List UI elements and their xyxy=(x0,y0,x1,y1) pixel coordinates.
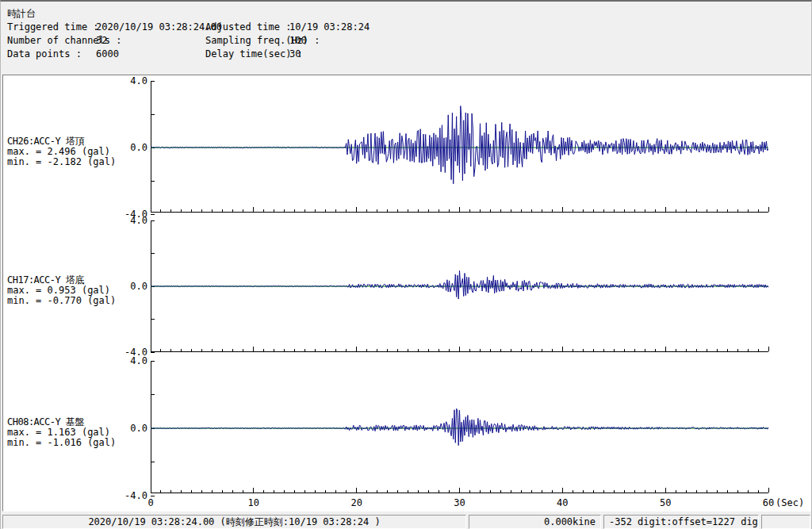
header-row-delay-time: Delay time(sec) : 30 xyxy=(205,48,370,62)
svg-text:-4.0: -4.0 xyxy=(124,490,147,501)
svg-text:50: 50 xyxy=(660,497,671,508)
svg-text:4.0: 4.0 xyxy=(130,75,147,86)
channel-min-value: min. = -0.770 (gal) xyxy=(7,296,142,306)
svg-text:4.0: 4.0 xyxy=(130,215,147,226)
waveform-monitor-window: 時計台 Triggered time : 2020/10/19 03:28:24… xyxy=(0,0,812,529)
channel-count-value: 32 xyxy=(96,35,107,48)
svg-text:4.0: 4.0 xyxy=(130,355,147,366)
svg-text:(Sec): (Sec) xyxy=(776,497,804,508)
header-column-left: Triggered time : 2020/10/19 03:28:24.00 … xyxy=(7,21,222,62)
status-datetime: 2020/10/19 03:28:24.00 (時刻修正時刻:10/19 03:… xyxy=(2,515,466,529)
header-row-triggered-time: Triggered time : 2020/10/19 03:28:24.00 xyxy=(7,21,222,35)
waveform-panel: 4.00.0-4.04.00.0-4.04.00.0-4.00102030405… xyxy=(2,75,811,512)
delay-time-value: 30 xyxy=(289,48,301,62)
svg-text:60: 60 xyxy=(763,497,774,508)
header-column-right: Adjusted time : 10/19 03:28:24 Sampling … xyxy=(205,21,370,62)
header-row-data-points: Data points : 6000 xyxy=(7,48,222,62)
channel-min-value: min. = -2.182 (gal) xyxy=(7,157,142,167)
header-row-adjusted-time: Adjusted time : 10/19 03:28:24 xyxy=(205,21,370,35)
svg-text:20: 20 xyxy=(350,497,362,508)
channel-label-ch26: CH26:ACC-Y 塔頂 max. = 2.496 (gal) min. = … xyxy=(7,136,142,167)
header-row-channel-count: Number of channels : 32 xyxy=(7,35,222,48)
svg-text:0: 0 xyxy=(147,497,153,508)
status-digit-offset: -352 digit:offset=1227 digit xyxy=(603,515,759,529)
channel-label-ch08: CH08:ACC-Y 基盤 max. = 1.163 (gal) min. = … xyxy=(7,417,142,448)
header-row-sampling-freq: Sampling freq.(Hz) : 100 xyxy=(205,35,370,48)
adjusted-time-value: 10/19 03:28:24 xyxy=(289,21,370,35)
channel-label-ch17: CH17:ACC-Y 塔底 max. = 0.953 (gal) min. = … xyxy=(7,275,142,306)
adjusted-time-label: Adjusted time : xyxy=(205,21,289,35)
channel-count-label: Number of channels : xyxy=(7,35,96,48)
data-points-value: 6000 xyxy=(96,48,119,62)
data-points-label: Data points : xyxy=(7,48,96,62)
triggered-time-label: Triggered time : xyxy=(7,21,96,35)
sampling-freq-value: 100 xyxy=(289,35,307,48)
channel-min-value: min. = -1.016 (gal) xyxy=(7,438,142,448)
triggered-time-value: 2020/10/19 03:28:24.00 xyxy=(96,21,222,35)
svg-text:40: 40 xyxy=(557,497,568,508)
svg-text:10: 10 xyxy=(248,497,259,508)
status-spare xyxy=(761,515,810,529)
app-title: 時計台 xyxy=(7,7,36,21)
status-kine-value: 0.000kine xyxy=(469,515,601,529)
header-info-panel: 時計台 Triggered time : 2020/10/19 03:28:24… xyxy=(1,2,812,73)
svg-text:30: 30 xyxy=(454,497,465,508)
status-bar: 2020/10/19 03:28:24.00 (時刻修正時刻:10/19 03:… xyxy=(1,513,812,529)
delay-time-label: Delay time(sec) : xyxy=(205,48,289,62)
sampling-freq-label: Sampling freq.(Hz) : xyxy=(205,35,289,48)
